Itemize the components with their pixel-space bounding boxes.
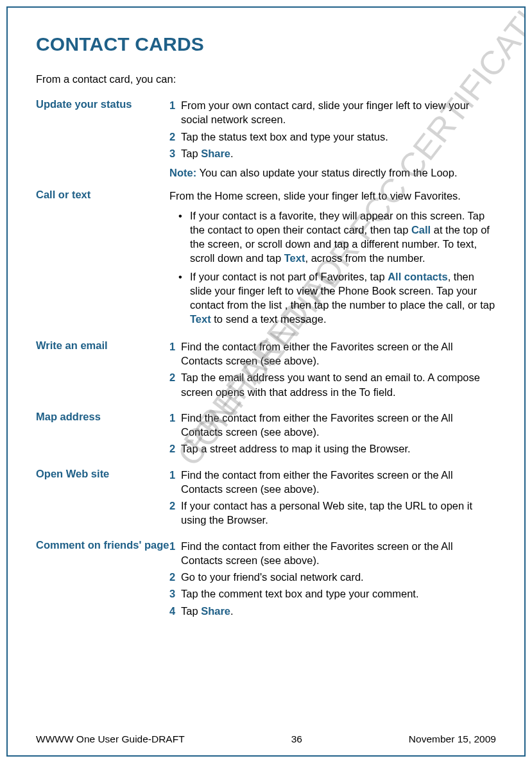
section-body: 1Find the contact from either the Favori… [169, 468, 496, 530]
step-number: 2 [169, 442, 181, 456]
content-area: CONTACT CARDS From a contact card, you c… [8, 8, 524, 621]
footer-date: November 15, 2009 [409, 733, 496, 745]
step-number: 3 [169, 587, 181, 601]
step-text: Tap the comment text box and type your c… [181, 587, 496, 601]
section-label: Write an email [36, 339, 169, 402]
share-link: Share [201, 605, 230, 617]
call-link: Call [411, 224, 431, 236]
step-number: 2 [169, 130, 181, 144]
list-item: 3Tap Share. [169, 146, 496, 160]
step-text: Find the contact from either the Favorit… [181, 339, 496, 368]
section-label: Map address [36, 411, 169, 459]
section-label: Open Web site [36, 468, 169, 530]
list-item: 1Find the contact from either the Favori… [169, 411, 496, 440]
section-label: Comment on friends' page [36, 539, 169, 621]
step-number: 1 [169, 98, 181, 127]
section-comment: Comment on friends' page 1Find the conta… [36, 539, 496, 621]
step-number: 2 [169, 370, 181, 399]
step-number: 1 [169, 468, 181, 497]
note-label: Note: [169, 167, 196, 178]
step-text: Tap Share. [181, 604, 496, 618]
step-text: Tap the email address you want to send a… [181, 370, 496, 399]
list-item: 1From your own contact card, slide your … [169, 98, 496, 127]
step-number: 3 [169, 146, 181, 160]
section-call-text: Call or text From the Home screen, slide… [36, 189, 496, 330]
step-number: 2 [169, 570, 181, 584]
all-contacts-link: All contacts [388, 271, 448, 282]
share-link: Share [201, 148, 230, 159]
section-label: Call or text [36, 189, 169, 330]
list-item: 1Find the contact from either the Favori… [169, 539, 496, 568]
footer-left: WWWW One User Guide-DRAFT [36, 733, 185, 745]
step-number: 1 [169, 339, 181, 368]
step-text: Tap a street address to map it using the… [181, 442, 496, 456]
list-item: If your contact is a favorite, they will… [181, 209, 496, 266]
section-body: From the Home screen, slide your finger … [169, 189, 496, 330]
page-frame: PREPARED FOR FCC CERTIFICATION CONFIDENT… [6, 6, 526, 757]
section-body: 1Find the contact from either the Favori… [169, 411, 496, 459]
footer-page-number: 36 [291, 733, 302, 745]
step-text: Find the contact from either the Favorit… [181, 468, 496, 497]
step-text: Tap Share. [181, 146, 496, 160]
footer: WWWW One User Guide-DRAFT 36 November 15… [36, 733, 496, 745]
section-map-address: Map address 1Find the contact from eithe… [36, 411, 496, 459]
page-title: CONTACT CARDS [36, 33, 496, 55]
step-text: Find the contact from either the Favorit… [181, 539, 496, 568]
list-item: 3Tap the comment text box and type your … [169, 587, 496, 601]
section-write-email: Write an email 1Find the contact from ei… [36, 339, 496, 402]
step-number: 4 [169, 604, 181, 618]
step-text: Tap the status text box and type your st… [181, 130, 496, 144]
section-label: Update your status [36, 98, 169, 180]
section-body: 1Find the contact from either the Favori… [169, 339, 496, 402]
list-item: 2Go to your friend's social network card… [169, 570, 496, 584]
list-item: 2Tap the status text box and type your s… [169, 130, 496, 144]
section-body: 1Find the contact from either the Favori… [169, 539, 496, 621]
list-item: 2If your contact has a personal Web site… [169, 499, 496, 527]
step-text: Find the contact from either the Favorit… [181, 411, 496, 440]
step-text: If your contact has a personal Web site,… [181, 499, 496, 527]
intro-text: From a contact card, you can: [36, 73, 496, 85]
step-text: Go to your friend's social network card. [181, 570, 496, 584]
list-item: 2Tap a street address to map it using th… [169, 442, 496, 456]
text-link: Text [190, 313, 211, 325]
note: Note: You can also update your status di… [169, 166, 496, 180]
list-item: 2Tap the email address you want to send … [169, 370, 496, 399]
section-open-web: Open Web site 1Find the contact from eit… [36, 468, 496, 530]
text-link: Text [284, 252, 305, 264]
section-body: 1From your own contact card, slide your … [169, 98, 496, 180]
step-number: 1 [169, 539, 181, 568]
note-text: You can also update your status directly… [196, 167, 457, 178]
section-update-status: Update your status 1From your own contac… [36, 98, 496, 180]
lead-text: From the Home screen, slide your finger … [169, 189, 496, 203]
list-item: 1Find the contact from either the Favori… [169, 468, 496, 497]
step-text: From your own contact card, slide your f… [181, 98, 496, 127]
step-number: 2 [169, 499, 181, 527]
list-item: 4Tap Share. [169, 604, 496, 618]
list-item: 1Find the contact from either the Favori… [169, 339, 496, 368]
step-number: 1 [169, 411, 181, 440]
list-item: If your contact is not part of Favorites… [181, 270, 496, 327]
